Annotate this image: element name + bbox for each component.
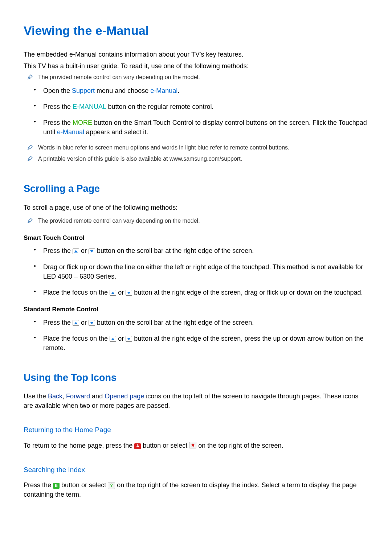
list-item: Drag or flick up or down the line on eit…	[34, 262, 368, 281]
heading-returning-home: Returning to the Home Page	[24, 425, 368, 435]
scroll-intro: To scroll a page, use of one of the foll…	[24, 203, 368, 212]
heading-scrolling-page: Scrolling a Page	[24, 182, 368, 196]
down-arrow-icon	[126, 290, 132, 296]
list-item: Press the or button on the scroll bar at…	[34, 318, 368, 327]
methods-list: Open the Support menu and choose e-Manua…	[34, 86, 368, 137]
down-arrow-icon	[89, 320, 95, 326]
intro-text-1: The embedded e-Manual contains informati…	[24, 50, 368, 59]
note-text: Words in blue refer to screen menu optio…	[38, 143, 290, 152]
kw-more: MORE	[73, 119, 92, 126]
up-arrow-icon	[73, 249, 79, 254]
list-item: Press the MORE button on the Smart Touch…	[34, 118, 368, 137]
standard-remote-list: Press the or button on the scroll bar at…	[34, 318, 368, 353]
top-icons-body: Use the Back, Forward and Opened page ic…	[24, 391, 368, 410]
kw-opened-page: Opened page	[105, 393, 144, 400]
searching-body: Press the B button or select ? on the to…	[24, 480, 368, 499]
intro-text-2: This TV has a built-in user guide. To re…	[24, 61, 368, 71]
pencil-icon	[27, 144, 33, 152]
note-color-meaning: Words in blue refer to screen menu optio…	[27, 143, 368, 152]
note-text: The provided remote control can vary dep…	[38, 217, 200, 225]
kw-emanual: e-Manual	[150, 87, 177, 94]
pencil-icon	[27, 74, 33, 82]
heading-viewing-emanual: Viewing the e-Manual	[24, 22, 368, 40]
list-item: Place the focus on the or button at the …	[34, 334, 368, 353]
heading-top-icons: Using the Top Icons	[24, 371, 368, 385]
list-item: Place the focus on the or button at the …	[34, 288, 368, 297]
subhead-standard-remote: Standard Remote Control	[24, 305, 368, 314]
up-arrow-icon	[110, 336, 116, 342]
list-item: Open the Support menu and choose e-Manua…	[34, 86, 368, 95]
pencil-icon	[27, 155, 33, 164]
returning-body: To return to the home page, press the A …	[24, 441, 368, 450]
down-arrow-icon	[126, 336, 132, 342]
index-icon: ?	[108, 483, 115, 489]
up-arrow-icon	[110, 290, 116, 296]
list-item: Press the or button on the scroll bar at…	[34, 246, 368, 255]
kw-emanual-btn: E-MANUAL	[73, 103, 106, 110]
home-icon	[189, 442, 196, 448]
smart-touch-list: Press the or button on the scroll bar at…	[34, 246, 368, 297]
subhead-smart-touch: Smart Touch Control	[24, 234, 368, 243]
note-printable: A printable version of this guide is als…	[27, 155, 368, 164]
kw-forward: Forward	[66, 393, 90, 400]
list-item: Press the E-MANUAL button on the regular…	[34, 102, 368, 111]
down-arrow-icon	[89, 249, 95, 254]
kw-support: Support	[72, 87, 95, 94]
note-remote-vary-2: The provided remote control can vary dep…	[27, 217, 368, 226]
note-remote-vary-1: The provided remote control can vary dep…	[27, 73, 368, 82]
pencil-icon	[27, 217, 33, 226]
kw-emanual-2: e-Manual	[57, 128, 84, 136]
a-button-icon: A	[134, 443, 141, 449]
kw-back: Back	[48, 393, 62, 400]
note-text: A printable version of this guide is als…	[38, 155, 242, 163]
heading-searching-index: Searching the Index	[24, 465, 368, 475]
b-button-icon: B	[53, 483, 60, 489]
note-text: The provided remote control can vary dep…	[38, 73, 200, 81]
up-arrow-icon	[73, 320, 79, 326]
